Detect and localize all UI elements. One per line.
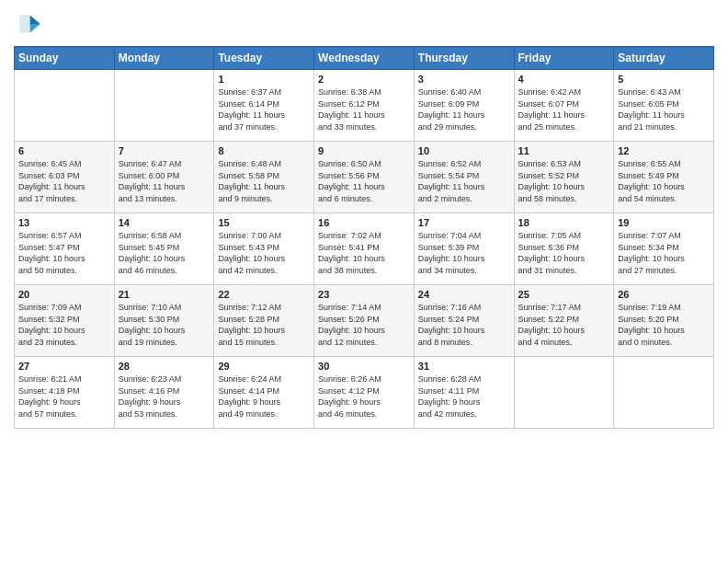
day-number: 20 [18, 289, 110, 300]
calendar-cell: 9Sunrise: 6:50 AM Sunset: 5:56 PM Daylig… [314, 142, 415, 213]
calendar-cell: 22Sunrise: 7:12 AM Sunset: 5:28 PM Dayli… [214, 285, 314, 357]
day-number: 12 [618, 145, 710, 156]
day-info: Sunrise: 7:02 AM Sunset: 5:41 PM Dayligh… [318, 230, 410, 276]
day-info: Sunrise: 6:52 AM Sunset: 5:54 PM Dayligh… [418, 158, 510, 204]
calendar-cell: 1Sunrise: 6:37 AM Sunset: 6:14 PM Daylig… [214, 70, 314, 142]
day-number: 18 [518, 217, 610, 228]
day-info: Sunrise: 6:55 AM Sunset: 5:49 PM Dayligh… [618, 158, 710, 204]
day-info: Sunrise: 6:58 AM Sunset: 5:45 PM Dayligh… [119, 230, 210, 276]
day-info: Sunrise: 6:57 AM Sunset: 5:47 PM Dayligh… [18, 230, 110, 276]
day-number: 6 [18, 145, 110, 156]
header [14, 9, 714, 39]
day-number: 29 [218, 361, 310, 372]
day-number: 11 [518, 145, 610, 156]
weekday-header-friday: Friday [514, 47, 614, 70]
calendar-cell: 31Sunrise: 6:28 AM Sunset: 4:11 PM Dayli… [414, 357, 514, 429]
day-number: 7 [119, 145, 210, 156]
calendar-cell: 5Sunrise: 6:43 AM Sunset: 6:05 PM Daylig… [614, 70, 714, 142]
day-info: Sunrise: 6:24 AM Sunset: 4:14 PM Dayligh… [218, 373, 310, 419]
day-info: Sunrise: 6:38 AM Sunset: 6:12 PM Dayligh… [318, 86, 410, 132]
calendar-cell: 27Sunrise: 6:21 AM Sunset: 4:18 PM Dayli… [15, 357, 115, 429]
day-number: 31 [418, 361, 510, 372]
day-info: Sunrise: 7:09 AM Sunset: 5:32 PM Dayligh… [18, 302, 110, 348]
day-info: Sunrise: 6:48 AM Sunset: 5:58 PM Dayligh… [218, 158, 310, 204]
day-number: 10 [418, 145, 510, 156]
day-info: Sunrise: 7:05 AM Sunset: 5:36 PM Dayligh… [518, 230, 610, 276]
calendar-cell: 12Sunrise: 6:55 AM Sunset: 5:49 PM Dayli… [614, 142, 714, 213]
logo [14, 9, 47, 39]
calendar-cell: 25Sunrise: 7:17 AM Sunset: 5:22 PM Dayli… [514, 285, 614, 357]
day-info: Sunrise: 6:45 AM Sunset: 6:03 PM Dayligh… [18, 158, 110, 204]
day-info: Sunrise: 6:43 AM Sunset: 6:05 PM Dayligh… [618, 86, 710, 132]
calendar-cell: 15Sunrise: 7:00 AM Sunset: 5:43 PM Dayli… [214, 213, 314, 285]
calendar-cell [114, 70, 214, 142]
calendar-cell: 4Sunrise: 6:42 AM Sunset: 6:07 PM Daylig… [514, 70, 614, 142]
day-info: Sunrise: 6:42 AM Sunset: 6:07 PM Dayligh… [518, 86, 610, 132]
day-number: 15 [218, 217, 310, 228]
day-number: 19 [618, 217, 710, 228]
day-number: 21 [119, 289, 210, 300]
day-info: Sunrise: 6:50 AM Sunset: 5:56 PM Dayligh… [318, 158, 410, 204]
calendar-cell: 28Sunrise: 6:23 AM Sunset: 4:16 PM Dayli… [114, 357, 214, 429]
day-number: 5 [618, 74, 710, 85]
weekday-header-thursday: Thursday [414, 47, 514, 70]
svg-marker-1 [30, 24, 40, 33]
calendar-cell: 16Sunrise: 7:02 AM Sunset: 5:41 PM Dayli… [314, 213, 415, 285]
day-number: 16 [318, 217, 410, 228]
calendar-cell: 21Sunrise: 7:10 AM Sunset: 5:30 PM Dayli… [114, 285, 214, 357]
day-number: 9 [318, 145, 410, 156]
day-info: Sunrise: 6:53 AM Sunset: 5:52 PM Dayligh… [518, 158, 610, 204]
day-number: 4 [518, 74, 610, 85]
day-number: 17 [418, 217, 510, 228]
calendar-table: SundayMondayTuesdayWednesdayThursdayFrid… [14, 46, 714, 429]
calendar-cell: 10Sunrise: 6:52 AM Sunset: 5:54 PM Dayli… [414, 142, 514, 213]
calendar-cell: 13Sunrise: 6:57 AM Sunset: 5:47 PM Dayli… [15, 213, 115, 285]
calendar-cell: 30Sunrise: 6:26 AM Sunset: 4:12 PM Dayli… [314, 357, 415, 429]
day-number: 27 [18, 361, 110, 372]
calendar-cell: 26Sunrise: 7:19 AM Sunset: 5:20 PM Dayli… [614, 285, 714, 357]
calendar-cell: 14Sunrise: 6:58 AM Sunset: 5:45 PM Dayli… [114, 213, 214, 285]
calendar-cell [514, 357, 614, 429]
calendar-cell: 17Sunrise: 7:04 AM Sunset: 5:39 PM Dayli… [414, 213, 514, 285]
day-info: Sunrise: 6:23 AM Sunset: 4:16 PM Dayligh… [119, 373, 210, 419]
weekday-header-row: SundayMondayTuesdayWednesdayThursdayFrid… [15, 47, 714, 70]
day-info: Sunrise: 6:26 AM Sunset: 4:12 PM Dayligh… [318, 373, 410, 419]
day-info: Sunrise: 7:00 AM Sunset: 5:43 PM Dayligh… [218, 230, 310, 276]
logo-icon [14, 9, 43, 39]
svg-marker-2 [19, 15, 29, 32]
week-row-4: 27Sunrise: 6:21 AM Sunset: 4:18 PM Dayli… [15, 357, 714, 429]
day-info: Sunrise: 7:17 AM Sunset: 5:22 PM Dayligh… [518, 302, 610, 348]
weekday-header-wednesday: Wednesday [314, 47, 415, 70]
calendar-cell: 20Sunrise: 7:09 AM Sunset: 5:32 PM Dayli… [15, 285, 115, 357]
calendar-cell: 24Sunrise: 7:16 AM Sunset: 5:24 PM Dayli… [414, 285, 514, 357]
day-info: Sunrise: 7:14 AM Sunset: 5:26 PM Dayligh… [318, 302, 410, 348]
day-number: 28 [119, 361, 210, 372]
weekday-header-saturday: Saturday [614, 47, 714, 70]
weekday-header-monday: Monday [114, 47, 214, 70]
calendar-cell: 29Sunrise: 6:24 AM Sunset: 4:14 PM Dayli… [214, 357, 314, 429]
calendar-cell: 7Sunrise: 6:47 AM Sunset: 6:00 PM Daylig… [114, 142, 214, 213]
day-number: 30 [318, 361, 410, 372]
day-number: 23 [318, 289, 410, 300]
calendar-cell: 23Sunrise: 7:14 AM Sunset: 5:26 PM Dayli… [314, 285, 415, 357]
calendar-cell: 8Sunrise: 6:48 AM Sunset: 5:58 PM Daylig… [214, 142, 314, 213]
calendar-cell: 18Sunrise: 7:05 AM Sunset: 5:36 PM Dayli… [514, 213, 614, 285]
day-info: Sunrise: 7:07 AM Sunset: 5:34 PM Dayligh… [618, 230, 710, 276]
day-number: 3 [418, 74, 510, 85]
day-info: Sunrise: 7:12 AM Sunset: 5:28 PM Dayligh… [218, 302, 310, 348]
weekday-header-sunday: Sunday [15, 47, 115, 70]
main-container: SundayMondayTuesdayWednesdayThursdayFrid… [0, 0, 728, 438]
calendar-cell: 11Sunrise: 6:53 AM Sunset: 5:52 PM Dayli… [514, 142, 614, 213]
day-number: 2 [318, 74, 410, 85]
calendar-cell [15, 70, 115, 142]
day-number: 24 [418, 289, 510, 300]
calendar-cell: 19Sunrise: 7:07 AM Sunset: 5:34 PM Dayli… [614, 213, 714, 285]
calendar-cell [614, 357, 714, 429]
calendar-cell: 2Sunrise: 6:38 AM Sunset: 6:12 PM Daylig… [314, 70, 415, 142]
calendar-cell: 6Sunrise: 6:45 AM Sunset: 6:03 PM Daylig… [15, 142, 115, 213]
day-info: Sunrise: 7:19 AM Sunset: 5:20 PM Dayligh… [618, 302, 710, 348]
day-info: Sunrise: 6:28 AM Sunset: 4:11 PM Dayligh… [418, 373, 510, 419]
week-row-1: 6Sunrise: 6:45 AM Sunset: 6:03 PM Daylig… [15, 142, 714, 213]
week-row-0: 1Sunrise: 6:37 AM Sunset: 6:14 PM Daylig… [15, 70, 714, 142]
day-info: Sunrise: 7:10 AM Sunset: 5:30 PM Dayligh… [119, 302, 210, 348]
